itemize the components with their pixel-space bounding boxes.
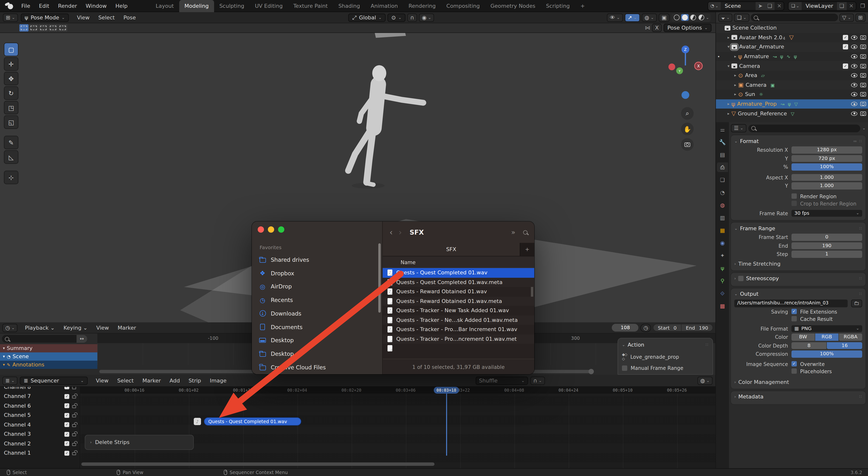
outliner-row-scene-collection[interactable]: Scene Collection [716,23,868,33]
select-mode-tweak[interactable] [20,24,29,31]
timeline-menu-playback[interactable]: Playback ⌄ [21,325,59,331]
new-tab-button[interactable]: + [520,243,534,256]
select-mode-intersect[interactable] [58,24,67,31]
collapse-icon[interactable]: ⌄ [734,139,738,143]
menu-help[interactable]: Help [111,3,132,9]
channel-mute-checkbox[interactable]: ✓ [64,422,69,427]
sequencer-overlay-toggle[interactable]: ◍⌄ [697,377,713,385]
file-row-3[interactable]: Quests - Reward Obtained 01.wav [383,287,534,296]
properties-tab-physics[interactable]: ◉ [717,238,728,248]
collapse-icon[interactable]: ▾ [3,354,5,359]
output-path-field[interactable]: /Users/martinshibu…rence/introAnim_03 [734,299,848,307]
audio-strip[interactable]: Quests - Quest Completed 01.wav [204,417,301,425]
workspace-tab-sculpting[interactable]: Sculpting [214,0,250,12]
sequencer-editor-type[interactable]: ≣⌄ [2,377,18,385]
exclude-checkbox[interactable]: ✓ [843,44,848,50]
sequencer-menu-image[interactable]: Image [206,377,231,384]
collapse-icon[interactable]: ⌄ [734,226,738,231]
expand-arrow-icon[interactable]: ▸ [733,92,738,97]
channel-mute-checkbox[interactable]: ✓ [64,441,69,446]
outliner-search-input[interactable] [751,13,838,21]
view-layer-name[interactable]: ViewLayer [802,3,837,9]
outliner-row-ground-reference[interactable]: ▸▽Ground_Reference▽ [716,109,868,118]
menu-render[interactable]: Render [54,3,81,9]
expand-arrow-icon[interactable]: ▾ [725,45,732,49]
view-layer-selector[interactable]: ❏⌄ ViewLayer ❏ ✕ [788,1,857,10]
search-icon[interactable] [523,230,527,234]
resolution-x-field[interactable]: 1280 px [792,146,862,153]
outliner-display-mode[interactable]: 🞃⌄ [718,13,733,22]
file-row-5[interactable]: Quests - Tracker - New Task Added 01.wav [383,306,534,315]
zoom-tool-icon[interactable]: ⌕ [681,107,693,120]
expand-icon[interactable]: › [734,276,736,281]
back-icon[interactable]: ‹ [390,227,393,237]
outliner-row-camera[interactable]: ▸▣Camera▣ [716,80,868,90]
resolution-pct-field[interactable]: 100% [792,163,862,170]
color-rgb-button[interactable]: RGB [815,333,838,340]
properties-tab-tool[interactable]: 🔧 [717,137,728,147]
collapse-icon[interactable]: ⌄ [622,343,625,347]
viewport-tool-8-icon[interactable]: ⊹ [4,171,19,184]
editor-type-button[interactable]: ⊞⌄ [3,13,18,22]
menu-window[interactable]: Window [82,3,111,9]
file-row-2[interactable]: Quests - Quest Completed 01.wav.meta [383,277,534,287]
hide-eye-icon[interactable] [851,45,857,49]
timeline-channel-annotations[interactable]: ▾✎Annotations [0,361,97,369]
properties-tab-collection[interactable]: ▥ [717,213,728,222]
sidebar-item-dropbox[interactable]: ❖Dropbox [259,268,370,278]
hide-eye-icon[interactable] [851,64,857,68]
properties-tab-data[interactable]: ψ [717,263,728,273]
color-rgba-button[interactable]: RGBA [839,333,862,340]
expand-icon[interactable]: › [734,262,736,266]
channel-mute-checkbox[interactable]: ✓ [64,413,69,418]
select-mode-subtract[interactable] [49,24,58,31]
cache-result-checkbox[interactable] [792,316,797,321]
channel-lock-icon[interactable] [72,396,76,399]
sidebar-item-creative-cloud-files[interactable]: Creative Cloud Files [259,362,370,373]
properties-search-input[interactable] [748,124,860,132]
gizmo-toggle[interactable]: ↗⌄ [625,13,640,22]
sidebar-item-shared-drives[interactable]: Shared drives [259,255,370,265]
properties-tab-scene[interactable]: ◔ [717,187,728,197]
sequencer-menu-add[interactable]: Add [165,377,184,384]
expand-arrow-icon[interactable]: ▸ [725,35,732,40]
workspace-tab-uv-editing[interactable]: UV Editing [249,0,288,12]
sequencer-ruler[interactable]: 00:00+1600:01+0200:01+1800:02+0400:02+20… [80,387,715,394]
current-frame-field[interactable]: 108 [612,324,639,332]
disable-render-icon[interactable] [860,45,866,49]
depth-16-button[interactable]: 16 [827,342,862,349]
viewport-menu-view[interactable]: View [73,14,94,21]
properties-tab-object[interactable]: ▦ [717,226,728,235]
hide-eye-icon[interactable] [851,102,857,106]
sidebar-item-desktop[interactable]: Desktop [259,349,370,359]
disable-render-icon[interactable] [860,92,866,97]
hide-eye-icon[interactable] [851,54,857,59]
expand-arrow-icon[interactable]: ▸ [733,73,738,78]
file-row-4[interactable]: Quests - Reward Obtained 01.wav.meta [383,296,534,306]
time-stretching-label[interactable]: Time Stretching [738,261,780,267]
properties-tab-output[interactable]: ⎙ [717,162,728,172]
disable-render-icon[interactable] [860,83,866,87]
screen-layout-icon[interactable]: ❐ [860,3,865,9]
workspace-tab-shading[interactable]: Shading [333,0,365,12]
end-frame-field[interactable]: End190 [681,324,713,331]
mirror-x-toggle[interactable]: X [652,24,662,32]
sequencer-menu-marker[interactable]: Marker [138,377,165,384]
camera-view-dot[interactable] [682,91,689,99]
channel-mute-checkbox[interactable]: ✓ [64,432,69,437]
outliner-row-armature[interactable]: •▸ψArmature↝ ψ ∿ ψ [716,52,868,61]
camera-view-icon[interactable] [681,138,693,151]
sequencer-channel-channel-7[interactable]: Channel 7✓ [0,392,80,401]
outliner-row-avatar-armature[interactable]: ▾Avatar_Armature✓ [716,42,868,52]
hide-eye-icon[interactable] [851,111,857,116]
properties-tab-world[interactable]: ◍ [717,200,728,210]
hide-eye-icon[interactable] [851,92,857,97]
viewport-tool-0-icon[interactable]: ▢ [4,43,19,56]
outliner-row-sun[interactable]: ▸⊙Sun☼ [716,90,868,99]
new-collection-button[interactable]: ⊞ [856,13,866,22]
sidebar-item-airdrop[interactable]: ◎AirDrop [259,281,370,292]
shading-mode-switch[interactable]: ⌄ [672,13,711,22]
overwrite-checkbox[interactable]: ✓ [792,361,797,366]
channel-lock-icon[interactable] [72,434,76,437]
playhead-frame-badge[interactable]: 00:03+18 [434,387,459,394]
